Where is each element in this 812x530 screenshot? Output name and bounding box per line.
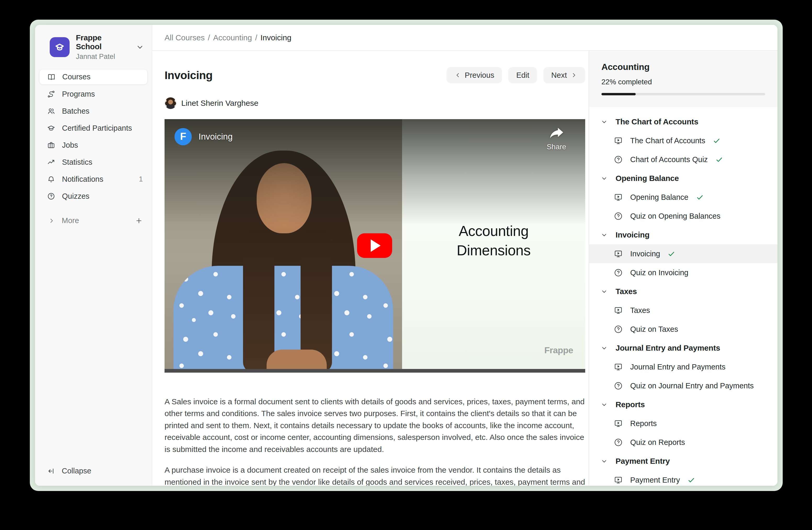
check-icon [667, 250, 676, 258]
outline-section-title: Payment Entry [615, 457, 670, 465]
monitor-play-icon [614, 476, 623, 485]
school-name: Frappe School [76, 33, 129, 51]
sidebar-item-courses[interactable]: Courses [39, 69, 147, 85]
lesson-paragraph: A purchase invoice is a document created… [164, 464, 585, 486]
collapse-label: Collapse [62, 466, 91, 475]
outline-lesson-payment-entry[interactable]: Payment Entry [589, 471, 778, 486]
outline-lesson-reports[interactable]: Reports [589, 414, 778, 433]
edit-button[interactable]: Edit [508, 67, 537, 83]
course-progress-header: Accounting 22% completed [589, 51, 778, 107]
breadcrumb-separator: / [208, 33, 210, 42]
breadcrumb-all-courses[interactable]: All Courses [164, 33, 205, 42]
outline-section-payment-entry[interactable]: Payment Entry [589, 452, 778, 471]
sidebar-nav: CoursesProgramsBatchesCertified Particip… [35, 69, 152, 204]
outline-lesson-quiz-on-reports[interactable]: Quiz on Reports [589, 433, 778, 452]
outline-section-reports[interactable]: Reports [589, 395, 778, 414]
sidebar-item-label: Courses [62, 72, 143, 81]
outline-lesson-label: Invoicing [630, 250, 660, 258]
outline-lesson-quiz-on-invoicing[interactable]: Quiz on Invoicing [589, 263, 778, 282]
progress-label: 22% completed [601, 78, 765, 86]
previous-button[interactable]: Previous [447, 67, 502, 83]
sidebar-item-more[interactable]: More [39, 213, 147, 228]
outline-section-journal-entry-and-payments[interactable]: Journal Entry and Payments [589, 338, 778, 358]
outline-lesson-label: Reports [630, 419, 657, 428]
app-window: Frappe School Jannat Patel CoursesProgra… [35, 25, 778, 486]
user-name: Jannat Patel [76, 53, 129, 61]
sidebar-item-batches[interactable]: Batches [39, 104, 147, 118]
outline-lesson-taxes[interactable]: Taxes [589, 301, 778, 320]
author-name: Linet Sherin Varghese [181, 99, 259, 108]
check-icon [687, 476, 695, 484]
edit-label: Edit [516, 71, 529, 80]
play-button[interactable] [357, 233, 392, 258]
sidebar-item-label: Certified Participants [62, 124, 143, 132]
chevron-right-icon [570, 72, 577, 79]
outline-lesson-journal-entry-and-payments[interactable]: Journal Entry and Payments [589, 358, 778, 376]
outline-lesson-quiz-on-taxes[interactable]: Quiz on Taxes [589, 320, 778, 338]
chevron-down-icon [600, 458, 608, 465]
next-button[interactable]: Next [543, 67, 585, 83]
outline-lesson-label: Chart of Accounts Quiz [630, 155, 708, 164]
chevron-down-icon [600, 232, 608, 239]
sidebar-item-label: Programs [62, 90, 143, 98]
sidebar-item-jobs[interactable]: Jobs [39, 138, 147, 153]
outline-lesson-label: Quiz on Reports [630, 438, 685, 447]
outline-lesson-label: Taxes [630, 306, 650, 315]
play-icon [371, 239, 381, 252]
breadcrumb-current: Invoicing [261, 33, 291, 42]
outline-section-taxes[interactable]: Taxes [589, 282, 778, 301]
sidebar-item-programs[interactable]: Programs [39, 87, 147, 102]
share-arrow-icon [548, 126, 565, 140]
sidebar-item-label: Statistics [62, 158, 143, 167]
graduation-cap-icon [47, 124, 55, 132]
share-label: Share [536, 143, 577, 151]
outline-section-opening-balance[interactable]: Opening Balance [589, 169, 778, 188]
video-progress-bar[interactable] [164, 369, 585, 373]
outline-section-invoicing[interactable]: Invoicing [589, 225, 778, 244]
chevron-right-icon [48, 217, 55, 224]
check-icon [713, 137, 721, 145]
video-share-button[interactable]: Share [536, 126, 577, 151]
video-title-text[interactable]: Invoicing [199, 132, 233, 142]
chevron-down-icon [600, 288, 608, 295]
outline-lesson-quiz-on-opening-balances[interactable]: Quiz on Opening Balances [589, 207, 778, 225]
help-circle-icon [614, 212, 623, 221]
sidebar-item-statistics[interactable]: Statistics [39, 155, 147, 170]
outline-section-the-chart-of-accounts[interactable]: The Chart of Accounts [589, 112, 778, 131]
outline-lesson-label: Payment Entry [630, 476, 680, 485]
check-icon [696, 193, 704, 201]
main-region: All Courses / Accounting / Invoicing Inv… [152, 25, 778, 486]
video-title-overlay[interactable]: F Invoicing [174, 128, 233, 145]
app-window-frame: Frappe School Jannat Patel CoursesProgra… [30, 20, 783, 491]
sidebar-item-label: Quizzes [62, 192, 143, 200]
help-circle-icon [47, 192, 55, 200]
sidebar-item-quizzes[interactable]: Quizzes [39, 189, 147, 204]
progress-bar-fill [601, 93, 636, 95]
chevron-down-icon [600, 345, 608, 352]
sidebar-item-certified-participants[interactable]: Certified Participants [39, 121, 147, 136]
video-channel-avatar[interactable]: F [174, 128, 192, 145]
outline-section-title: Opening Balance [615, 174, 679, 183]
breadcrumb-separator: / [255, 33, 257, 42]
video-player[interactable]: Accounting Dimensions Frappe F Invoicing [164, 119, 585, 373]
school-switcher[interactable]: Frappe School Jannat Patel [35, 25, 152, 64]
previous-label: Previous [465, 71, 494, 80]
lesson-content: Invoicing Previous Edit Next [152, 51, 589, 486]
chevron-down-icon [600, 401, 608, 408]
lesson-paragraph: A Sales invoice is a formal document sen… [164, 396, 585, 455]
outline-lesson-invoicing[interactable]: Invoicing [589, 244, 778, 263]
outline-lesson-the-chart-of-accounts[interactable]: The Chart of Accounts [589, 131, 778, 150]
breadcrumb-course[interactable]: Accounting [213, 33, 252, 42]
outline-lesson-opening-balance[interactable]: Opening Balance [589, 188, 778, 207]
course-title: Accounting [601, 51, 765, 72]
collapse-sidebar-button[interactable]: Collapse [35, 466, 152, 486]
outline-lesson-chart-of-accounts-quiz[interactable]: Chart of Accounts Quiz [589, 150, 778, 169]
outline-lesson-label: Quiz on Journal Entry and Payments [630, 381, 754, 390]
bell-icon [47, 175, 55, 183]
outline-lesson-quiz-on-journal-entry-and-payments[interactable]: Quiz on Journal Entry and Payments [589, 376, 778, 395]
monitor-play-icon [614, 362, 623, 372]
sidebar-item-notifications[interactable]: Notifications1 [39, 172, 147, 187]
plus-icon[interactable] [135, 217, 143, 225]
chevron-down-icon [135, 43, 144, 52]
book-open-icon [47, 73, 56, 81]
